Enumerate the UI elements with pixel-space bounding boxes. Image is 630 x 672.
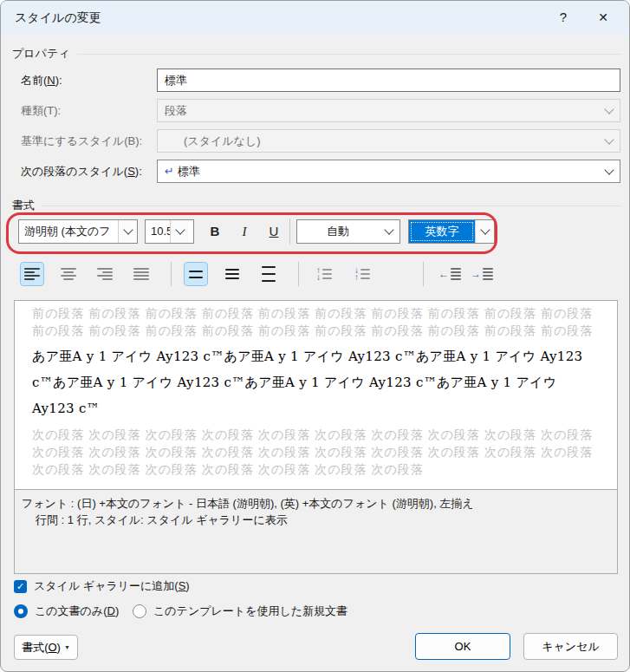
- return-mark-icon: ↵: [165, 165, 174, 178]
- decrease-paragraph-spacing-button[interactable]: ↓↑: [347, 262, 377, 286]
- font-size-value: 10.5: [146, 220, 170, 243]
- increase-indent-icon: →: [471, 268, 493, 280]
- font-color-select[interactable]: 自動: [296, 219, 400, 244]
- decrease-indent-icon: ←: [438, 268, 461, 280]
- ok-button[interactable]: OK: [415, 633, 510, 660]
- next-paragraphs-text: 次の段落 次の段落 次の段落 次の段落 次の段落 次の段落 次の段落 次の段落 …: [32, 426, 600, 478]
- radio-unselected-icon: [133, 604, 146, 618]
- next-style-label: 次の段落のスタイル(S):: [21, 160, 142, 183]
- font-name-select[interactable]: 游明朝 (本文のフ: [18, 219, 138, 244]
- double-spacing-icon: [262, 266, 276, 282]
- chevron-down-icon: [599, 100, 620, 121]
- chevron-down-icon: [170, 220, 189, 243]
- menu-arrow-icon: ▼: [64, 644, 70, 650]
- only-this-document-label: この文書のみ(D): [35, 603, 119, 619]
- next-paragraph-style-select[interactable]: ↵標準: [157, 160, 620, 183]
- based-on-select: (スタイルなし): [157, 129, 620, 153]
- next-style-value: ↵標準: [158, 160, 599, 182]
- chevron-down-icon: [599, 160, 620, 182]
- bold-button[interactable]: B: [202, 219, 228, 244]
- align-justify-icon: [133, 268, 149, 280]
- increase-paragraph-spacing-button[interactable]: ↑↓: [309, 262, 339, 286]
- align-right-icon: [97, 268, 113, 280]
- one-half-spacing-button[interactable]: [220, 262, 244, 286]
- align-center-icon: [61, 268, 76, 280]
- one-half-spacing-icon: [225, 269, 239, 279]
- help-icon[interactable]: ?: [546, 1, 581, 34]
- add-to-gallery-label: スタイル ギャラリーに追加(S): [34, 578, 190, 594]
- toolbar-separator: [423, 262, 424, 286]
- underline-button[interactable]: U: [261, 219, 287, 244]
- type-label: 種類(T):: [21, 99, 61, 122]
- previous-paragraphs-text: 前の段落 前の段落 前の段落 前の段落 前の段落 前の段落 前の段落 前の段落 …: [32, 304, 600, 339]
- title-bar: スタイルの変更 ? ✕: [1, 1, 629, 34]
- font-size-select[interactable]: 10.5: [145, 219, 194, 244]
- toolbar-separator: [171, 262, 172, 286]
- based-on-value: (スタイルなし): [158, 130, 599, 152]
- based-on-label: 基準にするスタイル(B):: [21, 129, 142, 153]
- new-documents-label: このテンプレートを使用した新規文書: [153, 603, 347, 619]
- style-description-pane: フォント : (日) +本文のフォント - 日本語 (游明朝), (英) +本文…: [14, 490, 618, 574]
- single-spacing-button[interactable]: [184, 262, 208, 286]
- font-color-value: 自動: [297, 220, 379, 243]
- description-line2: 行間 : 1 行, スタイル: スタイル ギャラリーに表示: [22, 512, 610, 528]
- align-left-button[interactable]: [20, 262, 44, 286]
- decrease-indent-button[interactable]: ←: [436, 262, 464, 286]
- increase-indent-button[interactable]: →: [468, 262, 496, 286]
- single-spacing-icon: [189, 271, 203, 278]
- style-name-input[interactable]: 標準: [157, 69, 620, 92]
- modify-style-dialog: スタイルの変更 ? ✕ プロパティ 名前(N): 標準 種類(T): 段落 基準…: [0, 0, 630, 672]
- format-group-header: 書式: [12, 198, 622, 213]
- checkbox-checked-icon: ✓: [14, 580, 27, 593]
- chevron-down-icon: [475, 220, 494, 243]
- sample-text: あア亜A y 1 アイウ Ay123 c™あア亜A y 1 アイウ Ay123 …: [32, 343, 600, 421]
- double-spacing-button[interactable]: [257, 262, 281, 286]
- radio-selected-icon: [14, 604, 28, 618]
- language-select[interactable]: 英数字: [408, 219, 495, 244]
- properties-group-label: プロパティ: [12, 46, 70, 62]
- add-to-gallery-option[interactable]: ✓ スタイル ギャラリーに追加(S): [14, 578, 190, 594]
- group-divider: [42, 206, 622, 206]
- description-line1: フォント : (日) +本文のフォント - 日本語 (游明朝), (英) +本文…: [22, 495, 610, 512]
- align-right-button[interactable]: [93, 262, 117, 286]
- chevron-down-icon: [599, 130, 620, 152]
- align-justify-button[interactable]: [129, 262, 153, 286]
- increase-paragraph-spacing-icon: ↑↓: [316, 267, 332, 281]
- properties-group-header: プロパティ: [12, 46, 622, 62]
- cancel-button[interactable]: キャンセル: [523, 633, 618, 660]
- toolbar-separator: [298, 262, 299, 286]
- language-value: 英数字: [409, 220, 475, 243]
- dialog-title: スタイルの変更: [15, 1, 101, 34]
- only-this-document-option[interactable]: この文書のみ(D): [14, 603, 119, 619]
- toolbar-separator: [289, 219, 290, 245]
- format-menu-button[interactable]: 書式(O)▼: [14, 635, 78, 660]
- close-icon[interactable]: ✕: [586, 1, 620, 34]
- name-label: 名前(N):: [21, 69, 62, 92]
- style-type-value: 段落: [158, 100, 599, 121]
- chevron-down-icon: [379, 220, 399, 243]
- style-type-select: 段落: [157, 99, 620, 122]
- chevron-down-icon: [118, 220, 137, 243]
- decrease-paragraph-spacing-icon: ↓↑: [354, 267, 370, 281]
- font-name-value: 游明朝 (本文のフ: [19, 220, 118, 243]
- align-center-button[interactable]: [56, 262, 81, 286]
- format-group-label: 書式: [12, 198, 35, 213]
- style-name-value: 標準: [165, 69, 187, 91]
- italic-button[interactable]: I: [231, 219, 257, 244]
- new-documents-option[interactable]: このテンプレートを使用した新規文書: [133, 603, 347, 619]
- style-preview-pane: 前の段落 前の段落 前の段落 前の段落 前の段落 前の段落 前の段落 前の段落 …: [14, 300, 618, 490]
- align-left-icon: [24, 268, 40, 280]
- group-divider: [77, 54, 622, 55]
